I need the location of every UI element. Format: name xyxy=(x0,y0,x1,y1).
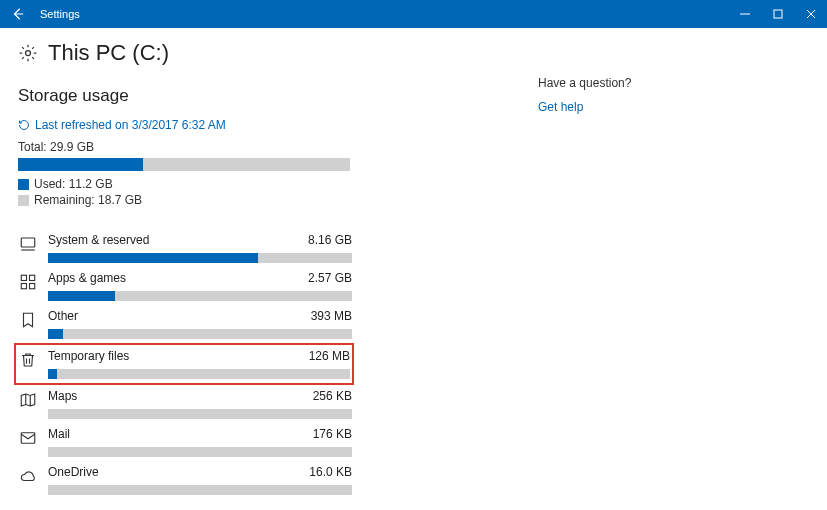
svg-rect-8 xyxy=(30,275,35,280)
legend-remaining-label: Remaining: 18.7 GB xyxy=(34,193,142,207)
legend-used-label: Used: 11.2 GB xyxy=(34,177,113,191)
main-panel: This PC (C:) Storage usage Last refreshe… xyxy=(18,28,538,510)
apps-icon xyxy=(18,272,38,292)
category-name: Mail xyxy=(48,427,70,441)
page-title: This PC (C:) xyxy=(48,40,169,66)
category-name: Other xyxy=(48,309,78,323)
categories-list: System & reserved8.16 GBApps & games2.57… xyxy=(18,229,538,499)
window-controls xyxy=(728,0,827,28)
category-bar xyxy=(48,485,352,495)
svg-rect-10 xyxy=(30,284,35,289)
category-body: OneDrive16.0 KB xyxy=(48,465,352,495)
category-row-temporary-files[interactable]: Temporary files126 MB xyxy=(14,343,354,385)
arrow-left-icon xyxy=(11,7,25,21)
svg-rect-13 xyxy=(21,433,35,444)
close-button[interactable] xyxy=(794,0,827,28)
refresh-label: Last refreshed on 3/3/2017 6:32 AM xyxy=(35,118,226,132)
category-bar xyxy=(48,329,352,339)
total-label: Total: 29.9 GB xyxy=(18,140,538,154)
category-bar xyxy=(48,447,352,457)
map-icon xyxy=(18,390,38,410)
category-size: 16.0 KB xyxy=(309,465,352,479)
back-button[interactable] xyxy=(0,0,36,28)
legend-remaining: Remaining: 18.7 GB xyxy=(18,193,538,207)
category-row-other[interactable]: Other393 MB xyxy=(18,305,352,343)
category-row-onedrive[interactable]: OneDrive16.0 KB xyxy=(18,461,352,499)
category-name: Temporary files xyxy=(48,349,129,363)
mail-icon xyxy=(18,428,38,448)
category-row-mail[interactable]: Mail176 KB xyxy=(18,423,352,461)
category-size: 8.16 GB xyxy=(308,233,352,247)
refresh-link[interactable]: Last refreshed on 3/3/2017 6:32 AM xyxy=(18,118,538,132)
category-row-apps-games[interactable]: Apps & games2.57 GB xyxy=(18,267,352,305)
category-fill xyxy=(48,369,57,379)
category-size: 256 KB xyxy=(313,389,352,403)
category-body: Maps256 KB xyxy=(48,389,352,419)
category-row-maps[interactable]: Maps256 KB xyxy=(18,385,352,423)
side-panel: Have a question? Get help xyxy=(538,28,738,510)
titlebar: Settings xyxy=(0,0,827,28)
category-name: System & reserved xyxy=(48,233,149,247)
category-bar xyxy=(48,291,352,301)
legend-used-swatch xyxy=(18,179,29,190)
category-body: Other393 MB xyxy=(48,309,352,339)
category-fill xyxy=(48,291,115,301)
legend-used: Used: 11.2 GB xyxy=(18,177,538,191)
category-size: 126 MB xyxy=(309,349,350,363)
cloud-icon xyxy=(18,466,38,486)
category-body: Mail176 KB xyxy=(48,427,352,457)
category-name: OneDrive xyxy=(48,465,99,479)
maximize-icon xyxy=(772,8,784,20)
close-icon xyxy=(805,8,817,20)
category-size: 176 KB xyxy=(313,427,352,441)
help-link[interactable]: Get help xyxy=(538,100,738,114)
refresh-icon xyxy=(18,119,30,131)
gear-icon xyxy=(18,43,38,63)
trash-icon xyxy=(18,350,38,370)
monitor-icon xyxy=(18,234,38,254)
help-question: Have a question? xyxy=(538,76,738,90)
svg-point-4 xyxy=(26,51,31,56)
category-row-system-reserved[interactable]: System & reserved8.16 GB xyxy=(18,229,352,267)
category-bar xyxy=(48,253,352,263)
category-fill xyxy=(48,253,258,263)
minimize-button[interactable] xyxy=(728,0,761,28)
category-body: Apps & games2.57 GB xyxy=(48,271,352,301)
total-usage-bar xyxy=(18,158,350,171)
category-name: Maps xyxy=(48,389,77,403)
category-fill xyxy=(48,329,63,339)
category-bar xyxy=(48,409,352,419)
svg-rect-7 xyxy=(21,275,26,280)
category-bar xyxy=(48,369,350,379)
svg-rect-1 xyxy=(774,10,782,18)
minimize-icon xyxy=(739,8,751,20)
svg-rect-5 xyxy=(21,238,35,247)
app-name: Settings xyxy=(40,8,80,20)
category-body: System & reserved8.16 GB xyxy=(48,233,352,263)
category-name: Apps & games xyxy=(48,271,126,285)
category-size: 2.57 GB xyxy=(308,271,352,285)
legend-remaining-swatch xyxy=(18,195,29,206)
maximize-button[interactable] xyxy=(761,0,794,28)
storage-heading: Storage usage xyxy=(18,86,538,106)
category-body: Temporary files126 MB xyxy=(48,349,350,379)
svg-rect-9 xyxy=(21,284,26,289)
category-size: 393 MB xyxy=(311,309,352,323)
total-usage-fill xyxy=(18,158,143,171)
bookmark-icon xyxy=(18,310,38,330)
